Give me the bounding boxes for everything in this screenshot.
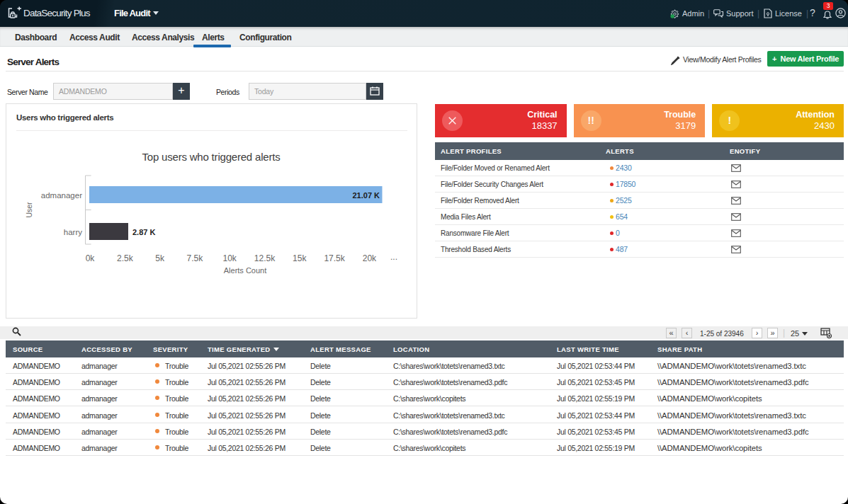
svg-text:10k: 10k [223,253,237,263]
svg-text:15k: 15k [293,253,307,263]
svg-text:12.5k: 12.5k [254,253,276,263]
svg-text:17.5k: 17.5k [324,253,345,263]
svg-text:5k: 5k [155,253,165,263]
svg-text:Alerts Count: Alerts Count [224,266,267,275]
svg-text:harry: harry [64,228,82,236]
svg-text:...: ... [390,252,397,262]
svg-text:admanager: admanager [41,191,82,200]
svg-text:7.5k: 7.5k [187,253,204,263]
svg-text:Top users who triggered alerts: Top users who triggered alerts [142,151,281,163]
svg-text:0k: 0k [86,253,96,263]
svg-text:2.87 K: 2.87 K [132,228,155,236]
svg-text:21.07 K: 21.07 K [352,191,380,200]
svg-text:2.5k: 2.5k [117,253,134,263]
svg-text:User: User [25,202,33,218]
svg-text:20k: 20k [363,253,377,263]
